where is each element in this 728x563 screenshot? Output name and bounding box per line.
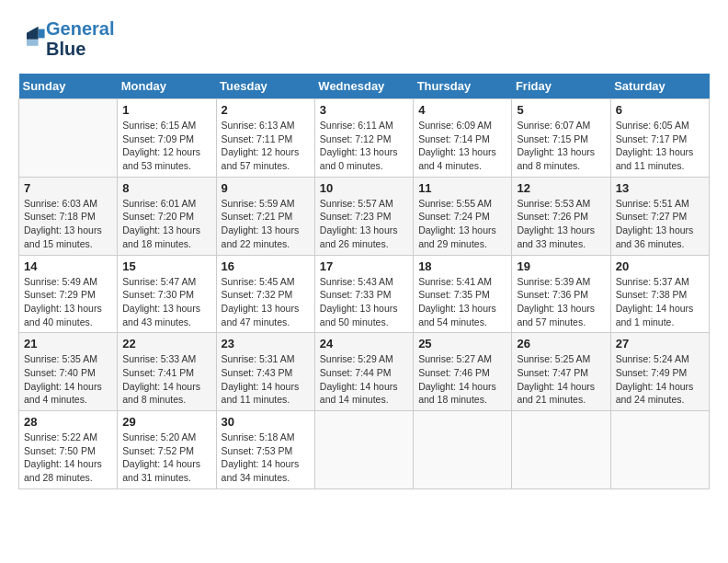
day-info: Sunrise: 5:41 AM Sunset: 7:35 PM Dayligh… xyxy=(418,275,506,329)
day-info: Sunrise: 5:47 AM Sunset: 7:30 PM Dayligh… xyxy=(122,275,210,329)
day-info: Sunrise: 5:45 AM Sunset: 7:32 PM Dayligh… xyxy=(222,275,310,329)
day-number: 27 xyxy=(616,337,704,350)
day-info: Sunrise: 5:24 AM Sunset: 7:49 PM Dayligh… xyxy=(616,352,704,407)
day-info: Sunrise: 6:07 AM Sunset: 7:15 PM Dayligh… xyxy=(517,119,605,173)
day-number: 29 xyxy=(122,415,210,429)
calendar-cell: 6Sunrise: 6:05 AM Sunset: 7:17 PM Daylig… xyxy=(610,99,709,178)
day-info: Sunrise: 5:29 AM Sunset: 7:44 PM Dayligh… xyxy=(320,352,408,407)
day-info: Sunrise: 5:37 AM Sunset: 7:38 PM Dayligh… xyxy=(616,275,704,329)
day-number: 23 xyxy=(222,337,310,350)
day-info: Sunrise: 5:43 AM Sunset: 7:33 PM Dayligh… xyxy=(320,275,408,329)
calendar-week-5: 28Sunrise: 5:22 AM Sunset: 7:50 PM Dayli… xyxy=(19,411,710,489)
calendar-cell: 26Sunrise: 5:25 AM Sunset: 7:47 PM Dayli… xyxy=(512,333,610,411)
day-info: Sunrise: 5:27 AM Sunset: 7:46 PM Dayligh… xyxy=(418,352,506,407)
calendar-cell: 22Sunrise: 5:33 AM Sunset: 7:41 PM Dayli… xyxy=(118,333,216,411)
calendar-week-1: 1Sunrise: 6:15 AM Sunset: 7:09 PM Daylig… xyxy=(19,99,710,178)
calendar-week-2: 7Sunrise: 6:03 AM Sunset: 7:18 PM Daylig… xyxy=(19,177,710,255)
day-info: Sunrise: 5:18 AM Sunset: 7:53 PM Dayligh… xyxy=(222,431,310,485)
calendar-cell: 17Sunrise: 5:43 AM Sunset: 7:33 PM Dayli… xyxy=(314,255,413,333)
day-number: 24 xyxy=(320,337,408,350)
day-info: Sunrise: 5:53 AM Sunset: 7:26 PM Dayligh… xyxy=(517,197,605,251)
calendar-cell: 3Sunrise: 6:11 AM Sunset: 7:12 PM Daylig… xyxy=(314,99,413,178)
day-number: 12 xyxy=(517,181,605,195)
weekday-thursday: Thursday xyxy=(414,74,512,99)
day-info: Sunrise: 5:39 AM Sunset: 7:36 PM Dayligh… xyxy=(517,275,605,329)
weekday-sunday: Sunday xyxy=(19,74,118,99)
calendar-cell: 24Sunrise: 5:29 AM Sunset: 7:44 PM Dayli… xyxy=(314,333,413,411)
calendar-cell: 13Sunrise: 5:51 AM Sunset: 7:27 PM Dayli… xyxy=(610,177,709,255)
calendar-cell: 14Sunrise: 5:49 AM Sunset: 7:29 PM Dayli… xyxy=(19,255,118,333)
calendar-body: 1Sunrise: 6:15 AM Sunset: 7:09 PM Daylig… xyxy=(19,99,710,489)
day-info: Sunrise: 6:13 AM Sunset: 7:11 PM Dayligh… xyxy=(222,119,310,173)
day-number: 17 xyxy=(320,259,408,273)
weekday-friday: Friday xyxy=(512,74,610,99)
calendar-cell: 1Sunrise: 6:15 AM Sunset: 7:09 PM Daylig… xyxy=(118,99,216,178)
day-number: 3 xyxy=(320,103,408,117)
day-number: 5 xyxy=(517,103,605,117)
weekday-monday: Monday xyxy=(118,74,216,99)
svg-marker-2 xyxy=(27,40,39,46)
weekday-tuesday: Tuesday xyxy=(216,74,314,99)
day-number: 8 xyxy=(122,181,210,195)
calendar-cell: 25Sunrise: 5:27 AM Sunset: 7:46 PM Dayli… xyxy=(414,333,512,411)
calendar-cell: 7Sunrise: 6:03 AM Sunset: 7:18 PM Daylig… xyxy=(19,177,118,255)
day-number: 19 xyxy=(517,259,605,273)
calendar-cell xyxy=(414,411,512,489)
day-number: 26 xyxy=(517,337,605,350)
day-number: 2 xyxy=(222,103,310,117)
calendar-week-3: 14Sunrise: 5:49 AM Sunset: 7:29 PM Dayli… xyxy=(19,255,710,333)
calendar-cell: 11Sunrise: 5:55 AM Sunset: 7:24 PM Dayli… xyxy=(414,177,512,255)
day-number: 1 xyxy=(122,103,210,117)
calendar-cell: 12Sunrise: 5:53 AM Sunset: 7:26 PM Dayli… xyxy=(512,177,610,255)
day-number: 16 xyxy=(222,259,310,273)
day-info: Sunrise: 5:57 AM Sunset: 7:23 PM Dayligh… xyxy=(320,197,408,251)
day-number: 25 xyxy=(418,337,506,350)
day-number: 20 xyxy=(616,259,704,273)
day-number: 6 xyxy=(616,103,704,117)
day-number: 18 xyxy=(418,259,506,273)
calendar-cell xyxy=(610,411,709,489)
day-info: Sunrise: 5:20 AM Sunset: 7:52 PM Dayligh… xyxy=(122,431,210,485)
logo-text: GeneralBlue xyxy=(46,18,114,59)
day-number: 15 xyxy=(122,259,210,273)
svg-marker-1 xyxy=(27,27,39,40)
day-info: Sunrise: 6:01 AM Sunset: 7:20 PM Dayligh… xyxy=(122,197,210,251)
day-info: Sunrise: 6:15 AM Sunset: 7:09 PM Dayligh… xyxy=(122,119,210,173)
day-info: Sunrise: 5:55 AM Sunset: 7:24 PM Dayligh… xyxy=(418,197,506,251)
calendar-cell: 20Sunrise: 5:37 AM Sunset: 7:38 PM Dayli… xyxy=(610,255,709,333)
calendar-cell: 4Sunrise: 6:09 AM Sunset: 7:14 PM Daylig… xyxy=(414,99,512,178)
day-number: 28 xyxy=(24,415,112,429)
calendar-cell xyxy=(512,411,610,489)
day-info: Sunrise: 5:31 AM Sunset: 7:43 PM Dayligh… xyxy=(222,352,310,407)
calendar-cell: 27Sunrise: 5:24 AM Sunset: 7:49 PM Dayli… xyxy=(610,333,709,411)
day-number: 10 xyxy=(320,181,408,195)
day-number: 14 xyxy=(24,259,112,273)
day-info: Sunrise: 6:09 AM Sunset: 7:14 PM Dayligh… xyxy=(418,119,506,173)
calendar-cell: 28Sunrise: 5:22 AM Sunset: 7:50 PM Dayli… xyxy=(19,411,118,489)
calendar-cell: 23Sunrise: 5:31 AM Sunset: 7:43 PM Dayli… xyxy=(216,333,314,411)
day-info: Sunrise: 6:03 AM Sunset: 7:18 PM Dayligh… xyxy=(24,197,112,251)
weekday-header-row: SundayMondayTuesdayWednesdayThursdayFrid… xyxy=(19,74,710,99)
day-info: Sunrise: 5:22 AM Sunset: 7:50 PM Dayligh… xyxy=(24,431,112,485)
calendar-cell: 15Sunrise: 5:47 AM Sunset: 7:30 PM Dayli… xyxy=(118,255,216,333)
day-info: Sunrise: 5:33 AM Sunset: 7:41 PM Dayligh… xyxy=(122,352,210,407)
calendar-week-4: 21Sunrise: 5:35 AM Sunset: 7:40 PM Dayli… xyxy=(19,333,710,411)
day-number: 21 xyxy=(24,337,112,350)
calendar-cell: 5Sunrise: 6:07 AM Sunset: 7:15 PM Daylig… xyxy=(512,99,610,178)
calendar-cell: 8Sunrise: 6:01 AM Sunset: 7:20 PM Daylig… xyxy=(118,177,216,255)
day-info: Sunrise: 5:25 AM Sunset: 7:47 PM Dayligh… xyxy=(517,352,605,407)
calendar-table: SundayMondayTuesdayWednesdayThursdayFrid… xyxy=(18,74,710,489)
calendar-cell: 29Sunrise: 5:20 AM Sunset: 7:52 PM Dayli… xyxy=(118,411,216,489)
calendar-cell: 19Sunrise: 5:39 AM Sunset: 7:36 PM Dayli… xyxy=(512,255,610,333)
calendar-cell xyxy=(19,99,118,178)
day-number: 9 xyxy=(222,181,310,195)
day-number: 22 xyxy=(122,337,210,350)
calendar-cell: 9Sunrise: 5:59 AM Sunset: 7:21 PM Daylig… xyxy=(216,177,314,255)
day-info: Sunrise: 6:11 AM Sunset: 7:12 PM Dayligh… xyxy=(320,119,408,173)
calendar-cell: 10Sunrise: 5:57 AM Sunset: 7:23 PM Dayli… xyxy=(314,177,413,255)
page-header: GeneralBlue xyxy=(18,18,710,59)
logo: GeneralBlue xyxy=(18,18,114,59)
day-info: Sunrise: 6:05 AM Sunset: 7:17 PM Dayligh… xyxy=(616,119,704,173)
day-number: 13 xyxy=(616,181,704,195)
day-number: 30 xyxy=(222,415,310,429)
